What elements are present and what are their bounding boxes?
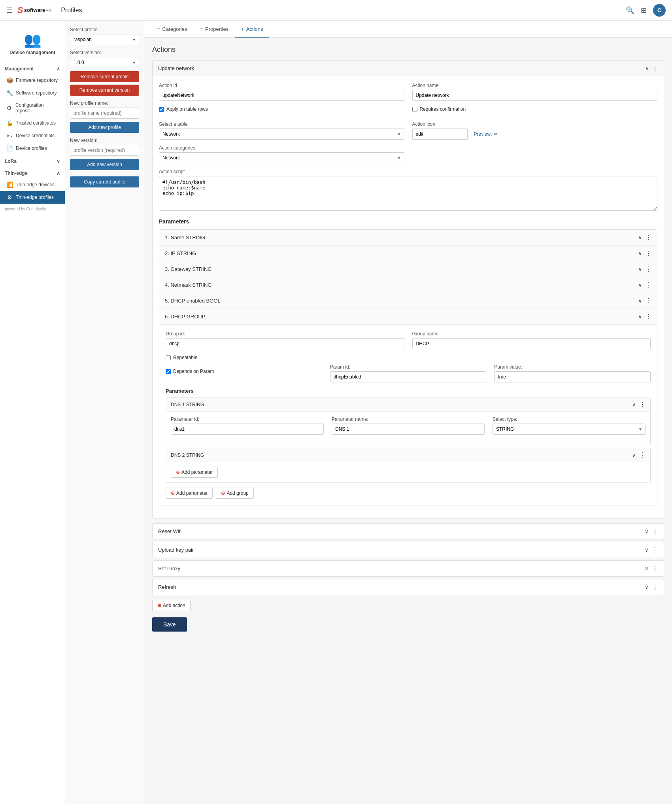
sidebar-item-config[interactable]: ⚙ Configuration reposit... xyxy=(0,99,65,117)
select-profile[interactable]: raspbian xyxy=(70,34,139,45)
copy-current-profile-button[interactable]: Copy current profile xyxy=(70,176,139,187)
param-value-input[interactable] xyxy=(494,371,651,382)
sidebar-item-certs[interactable]: 🔒 Trusted certificates xyxy=(0,117,65,129)
depends-param-col: Depends on Param xyxy=(166,369,322,378)
param-id-input[interactable] xyxy=(330,371,487,382)
tab-actions[interactable]: ↑ Actions xyxy=(235,21,269,38)
sidebar-group-thin-edge-header[interactable]: Thin-edge ∧ xyxy=(0,166,65,178)
add-new-version-button[interactable]: Add new version xyxy=(70,159,139,170)
dns1-form-row: Parameter id: Parameter name: xyxy=(171,416,646,435)
dns2-param-header[interactable]: DNS 2 STRING ∧ xyxy=(166,448,650,462)
update-network-body: Action id Action name xyxy=(153,76,664,518)
param-5-chevron[interactable]: ∧ xyxy=(638,298,642,304)
add-group-button[interactable]: ⊕ Add group xyxy=(216,488,253,499)
group-name-input[interactable] xyxy=(412,338,651,349)
select-version-wrapper: 1.0.0 ▼ xyxy=(70,57,139,68)
new-version-input[interactable] xyxy=(70,145,139,156)
apply-table-rows-checkbox[interactable] xyxy=(159,107,164,112)
param-1-more[interactable] xyxy=(645,234,651,241)
dns1-controls: ∧ xyxy=(632,401,646,408)
sidebar-item-firmware[interactable]: 📦 Firmware repository xyxy=(0,74,65,87)
action-id-input[interactable] xyxy=(159,90,404,101)
requires-confirmation-checkbox[interactable] xyxy=(412,107,417,112)
param-6-more[interactable] xyxy=(645,313,651,320)
reset-wifi-header[interactable]: Reset Wifi ∨ xyxy=(153,524,664,539)
dns1-chevron[interactable]: ∧ xyxy=(632,402,636,407)
remove-version-button[interactable]: Remove current version xyxy=(70,85,139,96)
preview-icon-link[interactable]: Preview: ✏ xyxy=(474,131,498,137)
repeatable-checkbox[interactable] xyxy=(166,355,171,360)
action-icon-input[interactable] xyxy=(412,129,468,140)
dns2-more[interactable] xyxy=(639,451,646,459)
action-categories-row: Action categories Network ▼ xyxy=(159,145,657,163)
dns1-select-type-select[interactable]: STRING xyxy=(493,424,646,435)
param-2-controls: ∧ xyxy=(638,250,651,257)
grid-icon[interactable]: ⊞ xyxy=(641,6,647,15)
remove-profile-button[interactable]: Remove current profile xyxy=(70,71,139,82)
param-6-chevron[interactable]: ∧ xyxy=(638,314,642,320)
sidebar-item-credentials[interactable]: 🗝 Device credentials xyxy=(0,129,65,142)
select-profile-label: Select profile: xyxy=(70,27,139,32)
dns1-param-header[interactable]: DNS 1 STRING ∧ xyxy=(166,397,650,411)
select-version[interactable]: 1.0.0 xyxy=(70,57,139,68)
add-parameter-button[interactable]: ⊕ Add parameter xyxy=(166,488,213,499)
set-proxy-more[interactable] xyxy=(652,565,658,572)
param-1-chevron[interactable]: ∧ xyxy=(638,235,642,240)
param-4-label: 4. Netmask STRING xyxy=(165,282,211,288)
action-categories-select[interactable]: Network xyxy=(159,152,404,163)
depends-on-param-checkbox[interactable] xyxy=(166,369,171,374)
action-name-input[interactable] xyxy=(412,90,658,101)
param-2-more[interactable] xyxy=(645,250,651,257)
dns1-param-name-input[interactable] xyxy=(332,424,485,435)
categories-label: Categories xyxy=(162,26,187,32)
param-4-more[interactable] xyxy=(645,281,651,289)
reset-wifi-label: Reset Wifi xyxy=(158,528,181,534)
upload-key-pair-more[interactable] xyxy=(652,546,658,554)
tab-categories[interactable]: ≡ Categories xyxy=(151,21,193,38)
upload-key-pair-header[interactable]: Upload key pair ∨ xyxy=(153,542,664,558)
dns1-more[interactable] xyxy=(639,401,646,408)
save-button[interactable]: Save xyxy=(152,617,187,632)
update-network-more[interactable] xyxy=(652,64,658,72)
sidebar-item-profiles[interactable]: 📄 Device profiles xyxy=(0,142,65,155)
param-3-more[interactable] xyxy=(645,265,651,273)
upload-key-pair-chevron[interactable]: ∨ xyxy=(645,547,649,553)
reset-wifi-more[interactable] xyxy=(652,528,658,535)
sidebar-item-thin-edge-devices[interactable]: 📶 Thin-edge devices xyxy=(0,178,65,191)
dns2-chevron[interactable]: ∧ xyxy=(632,452,636,458)
sidebar-item-thin-edge-profiles[interactable]: ⚙ Thin-edge profiles xyxy=(0,191,65,204)
set-proxy-chevron[interactable]: ∨ xyxy=(645,566,649,571)
thin-edge-label: Thin-edge xyxy=(5,170,27,176)
thin-edge-devices-icon: 📶 xyxy=(6,182,13,188)
param-4-chevron[interactable]: ∧ xyxy=(638,282,642,288)
sidebar-item-software[interactable]: 🔧 Software repository xyxy=(0,87,65,99)
user-avatar[interactable]: C xyxy=(653,4,666,17)
add-parameter-dns2-button[interactable]: ⊕ Add parameter xyxy=(171,467,218,478)
set-proxy-header[interactable]: Set Proxy ∨ xyxy=(153,561,664,576)
parameters-list: 1. Name STRING ∧ 2. IP STRING ∧ xyxy=(159,229,657,505)
action-script-textarea[interactable]: #!/usr/bin/bash echo name:$name echo ip:… xyxy=(159,176,657,211)
sidebar-group-management-header[interactable]: Management ∧ xyxy=(0,62,65,74)
param-2-chevron[interactable]: ∧ xyxy=(638,250,642,256)
refresh-chevron[interactable]: ∨ xyxy=(645,584,649,590)
refresh-more[interactable] xyxy=(652,583,658,591)
sidebar-group-lora-header[interactable]: LoRa ∨ xyxy=(0,155,65,166)
reset-wifi-chevron[interactable]: ∨ xyxy=(645,528,649,534)
dns1-param-id-input[interactable] xyxy=(171,424,324,435)
action-categories-label: Action categories xyxy=(159,145,404,151)
hamburger-icon[interactable]: ☰ xyxy=(6,6,13,15)
update-network-chevron-up[interactable] xyxy=(645,65,649,71)
actions-label: Actions xyxy=(246,26,263,32)
tab-properties[interactable]: ≡ Properties xyxy=(193,21,235,38)
top-nav: ☰ S software AG Profiles 🔍 ⊞ C xyxy=(0,0,672,21)
param-3-chevron[interactable]: ∧ xyxy=(638,266,642,272)
add-action-button[interactable]: ⊕ Add action xyxy=(152,600,191,611)
update-network-header[interactable]: Update network xyxy=(153,61,664,76)
select-table-select[interactable]: Network xyxy=(159,129,404,140)
refresh-header[interactable]: Refresh ∨ xyxy=(153,579,664,595)
search-icon[interactable]: 🔍 xyxy=(626,6,634,15)
param-5-more[interactable] xyxy=(645,297,651,305)
add-new-profile-button[interactable]: Add new profile xyxy=(70,122,139,133)
new-profile-name-input[interactable] xyxy=(70,108,139,119)
group-id-input[interactable] xyxy=(166,338,404,349)
